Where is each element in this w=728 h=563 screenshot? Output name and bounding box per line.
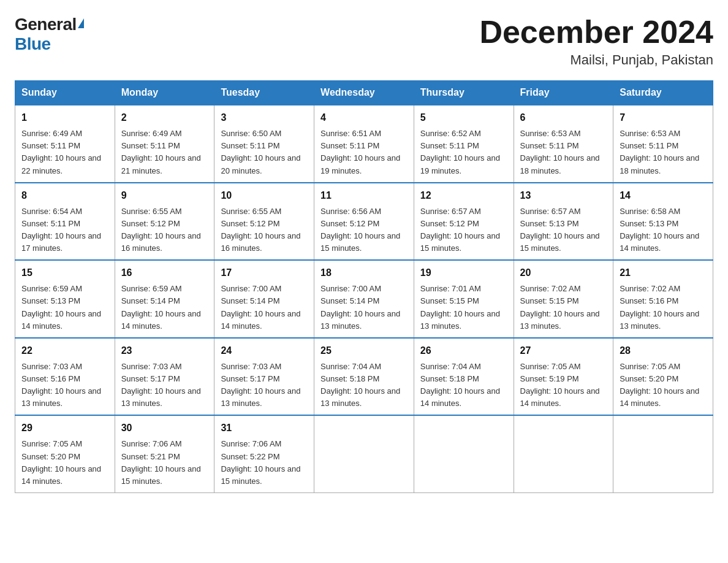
calendar-cell: 31Sunrise: 7:06 AMSunset: 5:22 PMDayligh… bbox=[214, 415, 314, 492]
day-number: 3 bbox=[221, 110, 308, 125]
day-info: Sunrise: 6:57 AMSunset: 5:12 PMDaylight:… bbox=[420, 205, 507, 255]
day-number: 27 bbox=[520, 343, 607, 358]
day-info: Sunrise: 6:55 AMSunset: 5:12 PMDaylight:… bbox=[121, 205, 208, 255]
day-info: Sunrise: 7:05 AMSunset: 5:20 PMDaylight:… bbox=[620, 361, 707, 410]
calendar-cell: 6Sunrise: 6:53 AMSunset: 5:11 PMDaylight… bbox=[514, 105, 613, 183]
day-number: 6 bbox=[520, 110, 607, 125]
calendar-header-row: SundayMondayTuesdayWednesdayThursdayFrid… bbox=[15, 81, 713, 105]
calendar-table: SundayMondayTuesdayWednesdayThursdayFrid… bbox=[15, 80, 713, 493]
calendar-cell: 11Sunrise: 6:56 AMSunset: 5:12 PMDayligh… bbox=[314, 183, 414, 261]
day-number: 31 bbox=[221, 421, 308, 435]
day-info: Sunrise: 7:06 AMSunset: 5:22 PMDaylight:… bbox=[221, 438, 308, 488]
calendar-cell: 7Sunrise: 6:53 AMSunset: 5:11 PMDaylight… bbox=[613, 105, 713, 183]
calendar-week-1: 1Sunrise: 6:49 AMSunset: 5:11 PMDaylight… bbox=[15, 105, 713, 183]
day-number: 26 bbox=[420, 343, 507, 358]
calendar-cell: 16Sunrise: 6:59 AMSunset: 5:14 PMDayligh… bbox=[115, 260, 214, 338]
calendar-cell: 18Sunrise: 7:00 AMSunset: 5:14 PMDayligh… bbox=[314, 260, 414, 338]
day-info: Sunrise: 7:00 AMSunset: 5:14 PMDaylight:… bbox=[320, 283, 408, 332]
calendar-cell: 26Sunrise: 7:04 AMSunset: 5:18 PMDayligh… bbox=[414, 338, 514, 416]
day-info: Sunrise: 7:05 AMSunset: 5:19 PMDaylight:… bbox=[520, 361, 607, 410]
day-info: Sunrise: 7:00 AMSunset: 5:14 PMDaylight:… bbox=[221, 283, 308, 332]
calendar-cell: 8Sunrise: 6:54 AMSunset: 5:11 PMDaylight… bbox=[15, 183, 115, 261]
day-info: Sunrise: 6:52 AMSunset: 5:11 PMDaylight:… bbox=[420, 128, 507, 177]
title-block: December 2024 Mailsi, Punjab, Pakistan bbox=[479, 15, 713, 68]
calendar-header-thursday: Thursday bbox=[414, 81, 514, 105]
calendar-cell: 30Sunrise: 7:06 AMSunset: 5:21 PMDayligh… bbox=[115, 415, 214, 492]
day-number: 25 bbox=[320, 343, 408, 358]
logo-blue-text: Blue bbox=[15, 34, 51, 53]
day-info: Sunrise: 6:55 AMSunset: 5:12 PMDaylight:… bbox=[221, 205, 308, 255]
day-number: 10 bbox=[221, 188, 308, 203]
day-number: 30 bbox=[121, 421, 208, 435]
page-header: General Blue December 2024 Mailsi, Punja… bbox=[15, 15, 713, 68]
day-number: 4 bbox=[320, 110, 408, 125]
calendar-cell: 2Sunrise: 6:49 AMSunset: 5:11 PMDaylight… bbox=[115, 105, 214, 183]
day-number: 20 bbox=[520, 266, 607, 280]
calendar-cell: 24Sunrise: 7:03 AMSunset: 5:17 PMDayligh… bbox=[214, 338, 314, 416]
calendar-week-4: 22Sunrise: 7:03 AMSunset: 5:16 PMDayligh… bbox=[15, 338, 713, 416]
day-info: Sunrise: 6:51 AMSunset: 5:11 PMDaylight:… bbox=[320, 128, 408, 177]
calendar-cell: 5Sunrise: 6:52 AMSunset: 5:11 PMDaylight… bbox=[414, 105, 514, 183]
calendar-header-sunday: Sunday bbox=[15, 81, 115, 105]
calendar-cell: 12Sunrise: 6:57 AMSunset: 5:12 PMDayligh… bbox=[414, 183, 514, 261]
day-number: 9 bbox=[121, 188, 208, 203]
day-info: Sunrise: 6:59 AMSunset: 5:13 PMDaylight:… bbox=[21, 283, 108, 332]
day-info: Sunrise: 7:01 AMSunset: 5:15 PMDaylight:… bbox=[420, 283, 507, 332]
day-info: Sunrise: 6:50 AMSunset: 5:11 PMDaylight:… bbox=[221, 128, 308, 177]
day-info: Sunrise: 7:02 AMSunset: 5:16 PMDaylight:… bbox=[620, 283, 707, 332]
day-info: Sunrise: 6:49 AMSunset: 5:11 PMDaylight:… bbox=[21, 128, 108, 177]
day-info: Sunrise: 6:57 AMSunset: 5:13 PMDaylight:… bbox=[520, 205, 607, 255]
calendar-header-friday: Friday bbox=[514, 81, 613, 105]
calendar-cell: 14Sunrise: 6:58 AMSunset: 5:13 PMDayligh… bbox=[613, 183, 713, 261]
calendar-cell: 25Sunrise: 7:04 AMSunset: 5:18 PMDayligh… bbox=[314, 338, 414, 416]
day-info: Sunrise: 6:49 AMSunset: 5:11 PMDaylight:… bbox=[121, 128, 208, 177]
day-info: Sunrise: 6:54 AMSunset: 5:11 PMDaylight:… bbox=[21, 205, 108, 255]
day-info: Sunrise: 6:56 AMSunset: 5:12 PMDaylight:… bbox=[320, 205, 408, 255]
day-number: 7 bbox=[620, 110, 707, 125]
calendar-cell: 4Sunrise: 6:51 AMSunset: 5:11 PMDaylight… bbox=[314, 105, 414, 183]
day-number: 5 bbox=[420, 110, 507, 125]
calendar-cell: 29Sunrise: 7:05 AMSunset: 5:20 PMDayligh… bbox=[15, 415, 115, 492]
calendar-cell: 3Sunrise: 6:50 AMSunset: 5:11 PMDaylight… bbox=[214, 105, 314, 183]
day-number: 2 bbox=[121, 110, 208, 125]
calendar-cell bbox=[613, 415, 713, 492]
calendar-header-monday: Monday bbox=[115, 81, 214, 105]
logo-triangle-icon bbox=[78, 18, 84, 28]
day-number: 23 bbox=[121, 343, 208, 358]
day-number: 18 bbox=[320, 266, 408, 280]
day-number: 29 bbox=[21, 421, 108, 435]
location-subtitle: Mailsi, Punjab, Pakistan bbox=[479, 52, 713, 68]
day-info: Sunrise: 6:58 AMSunset: 5:13 PMDaylight:… bbox=[620, 205, 707, 255]
calendar-week-5: 29Sunrise: 7:05 AMSunset: 5:20 PMDayligh… bbox=[15, 415, 713, 492]
calendar-cell: 22Sunrise: 7:03 AMSunset: 5:16 PMDayligh… bbox=[15, 338, 115, 416]
day-number: 28 bbox=[620, 343, 707, 358]
logo: General Blue bbox=[15, 15, 84, 54]
calendar-cell: 15Sunrise: 6:59 AMSunset: 5:13 PMDayligh… bbox=[15, 260, 115, 338]
day-number: 13 bbox=[520, 188, 607, 203]
calendar-header-saturday: Saturday bbox=[613, 81, 713, 105]
calendar-cell: 9Sunrise: 6:55 AMSunset: 5:12 PMDaylight… bbox=[115, 183, 214, 261]
calendar-cell: 20Sunrise: 7:02 AMSunset: 5:15 PMDayligh… bbox=[514, 260, 613, 338]
day-info: Sunrise: 7:06 AMSunset: 5:21 PMDaylight:… bbox=[121, 438, 208, 488]
day-number: 8 bbox=[21, 188, 108, 203]
day-info: Sunrise: 7:02 AMSunset: 5:15 PMDaylight:… bbox=[520, 283, 607, 332]
calendar-cell: 10Sunrise: 6:55 AMSunset: 5:12 PMDayligh… bbox=[214, 183, 314, 261]
day-info: Sunrise: 6:53 AMSunset: 5:11 PMDaylight:… bbox=[620, 128, 707, 177]
day-info: Sunrise: 7:03 AMSunset: 5:17 PMDaylight:… bbox=[121, 361, 208, 410]
day-number: 12 bbox=[420, 188, 507, 203]
calendar-cell: 13Sunrise: 6:57 AMSunset: 5:13 PMDayligh… bbox=[514, 183, 613, 261]
calendar-cell bbox=[314, 415, 414, 492]
day-number: 11 bbox=[320, 188, 408, 203]
day-number: 1 bbox=[21, 110, 108, 125]
day-info: Sunrise: 6:59 AMSunset: 5:14 PMDaylight:… bbox=[121, 283, 208, 332]
day-info: Sunrise: 7:03 AMSunset: 5:16 PMDaylight:… bbox=[21, 361, 108, 410]
calendar-header-wednesday: Wednesday bbox=[314, 81, 414, 105]
logo-general-text: General bbox=[15, 15, 77, 34]
calendar-cell: 28Sunrise: 7:05 AMSunset: 5:20 PMDayligh… bbox=[613, 338, 713, 416]
calendar-cell bbox=[414, 415, 514, 492]
day-info: Sunrise: 7:04 AMSunset: 5:18 PMDaylight:… bbox=[320, 361, 408, 410]
day-number: 24 bbox=[221, 343, 308, 358]
calendar-week-3: 15Sunrise: 6:59 AMSunset: 5:13 PMDayligh… bbox=[15, 260, 713, 338]
day-info: Sunrise: 7:05 AMSunset: 5:20 PMDaylight:… bbox=[21, 438, 108, 488]
day-number: 16 bbox=[121, 266, 208, 280]
